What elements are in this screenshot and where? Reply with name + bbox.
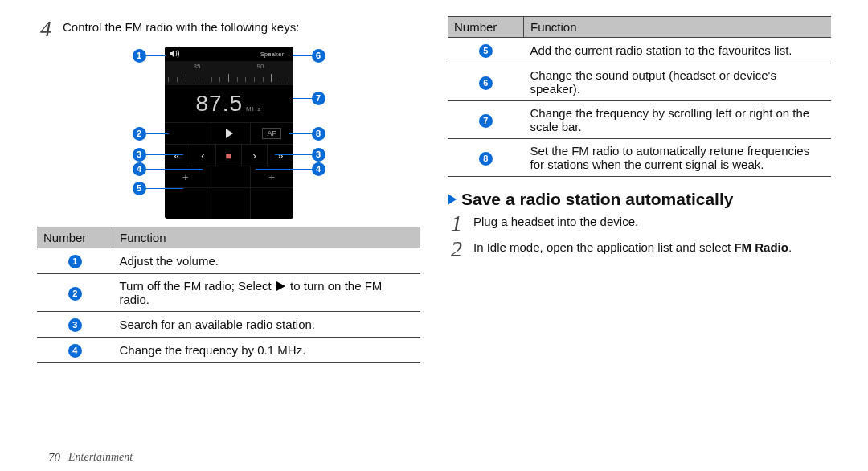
- callout-1: 1: [133, 49, 166, 63]
- func-text: Search for an available radio station.: [113, 312, 421, 338]
- badge-8: 8: [479, 152, 493, 166]
- badge-3: 3: [68, 318, 82, 332]
- callout-2: 2: [133, 127, 169, 141]
- left-column: 4 Control the FM radio with the followin…: [37, 16, 420, 444]
- step-2: 2 In Idle mode, open the application lis…: [448, 240, 831, 262]
- table-row: 4 Change the frequency by 0.1 MHz.: [37, 338, 420, 363]
- section-heading: Save a radio station automatically: [448, 190, 831, 209]
- step-text: Control the FM radio with the following …: [63, 19, 299, 35]
- table-row: 5 Add the current radio station to the f…: [448, 38, 831, 63]
- radio-diagram: Speaker 85 90 87.5: [37, 47, 420, 219]
- th-number: Number: [448, 17, 524, 38]
- callout-4r: 4: [256, 162, 326, 176]
- af-label: AF: [262, 128, 281, 139]
- frequency-readout: 87.5 MHz: [165, 85, 293, 122]
- play-icon: [276, 281, 285, 291]
- step-1: 1 Plug a headset into the device.: [448, 214, 831, 236]
- page-number: 70: [48, 451, 60, 465]
- speaker-label: Speaker: [256, 50, 289, 59]
- radio-screenshot: Speaker 85 90 87.5: [165, 47, 293, 219]
- table-row: 3 Search for an available radio station.: [37, 312, 420, 338]
- func-text: Change the frequency by scrolling left o…: [524, 101, 832, 139]
- step-text: Plug a headset into the device.: [473, 214, 638, 230]
- function-table-left: Number Function 1 Adjust the volume. 2 T…: [37, 227, 420, 363]
- play-icon: [207, 123, 250, 144]
- badge-5: 5: [479, 44, 493, 58]
- table-row: 6 Change the sound output (headset or de…: [448, 63, 831, 101]
- callout-4: 4: [133, 162, 203, 176]
- callout-3: 3: [133, 148, 183, 162]
- callout-8: 8: [289, 127, 326, 141]
- th-function: Function: [113, 227, 421, 248]
- table-row: 1 Adjust the volume.: [37, 248, 420, 274]
- step-number: 1: [448, 212, 465, 235]
- func-text: Change the sound output (headset or devi…: [524, 63, 832, 101]
- th-number: Number: [37, 227, 113, 248]
- step-number: 2: [448, 238, 465, 260]
- th-function: Function: [524, 17, 832, 38]
- volume-icon: [170, 50, 181, 58]
- badge-6: 6: [479, 76, 493, 90]
- table-row: 2 Turn off the FM radio; Select to turn …: [37, 274, 420, 312]
- badge-1: 1: [68, 255, 82, 268]
- table-row: 8 Set the FM radio to automatically retu…: [448, 139, 831, 177]
- callout-7: 7: [293, 92, 326, 105]
- callout-3r: 3: [275, 148, 326, 162]
- callout-5: 5: [133, 182, 183, 195]
- func-text: Adjust the volume.: [113, 248, 421, 274]
- func-text: Turn off the FM radio; Select to turn on…: [113, 274, 421, 312]
- row-play: AF: [165, 122, 293, 144]
- step-4: 4 Control the FM radio with the followin…: [37, 19, 420, 42]
- badge-2: 2: [68, 287, 82, 301]
- badge-7: 7: [479, 114, 493, 128]
- record-icon: ■: [215, 145, 241, 166]
- func-text: Add the current radio station to the fav…: [524, 38, 832, 63]
- right-column: Number Function 5 Add the current radio …: [448, 16, 831, 444]
- manual-page: 4 Control the FM radio with the followin…: [0, 0, 868, 471]
- func-text: Set the FM radio to automatically retune…: [524, 139, 832, 177]
- tuner-bar: 85 90: [165, 61, 293, 85]
- callout-6: 6: [293, 49, 326, 63]
- function-table-right: Number Function 5 Add the current radio …: [448, 16, 831, 177]
- badge-4: 4: [68, 344, 82, 358]
- chapter-label: Entertainment: [68, 451, 133, 464]
- step-text: In Idle mode, open the application list …: [473, 240, 792, 256]
- step-number: 4: [37, 18, 55, 40]
- page-footer: 70 Entertainment: [37, 444, 831, 471]
- func-text: Change the frequency by 0.1 MHz.: [113, 338, 421, 363]
- table-row: 7 Change the frequency by scrolling left…: [448, 101, 831, 139]
